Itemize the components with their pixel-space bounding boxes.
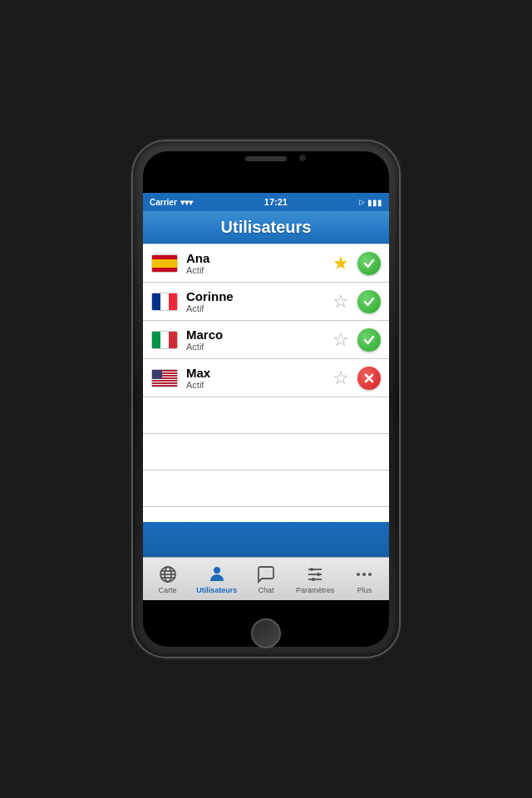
row-actions: ☆ bbox=[329, 290, 381, 313]
user-info-marco: Marco Actif bbox=[186, 328, 321, 352]
speaker bbox=[245, 156, 287, 161]
phone-screen: Carrier ▾▾▾ 17:21 ▷ ▮▮▮ Utilisateurs bbox=[143, 151, 389, 647]
offline-status bbox=[357, 367, 381, 390]
user-info-ana: Ana Actif bbox=[186, 251, 321, 275]
dots-icon bbox=[354, 564, 374, 584]
wifi-icon: ▾▾▾ bbox=[180, 198, 193, 207]
tab-parametres-label: Paramètres bbox=[296, 586, 335, 594]
user-name: Marco bbox=[186, 328, 321, 342]
blue-bar bbox=[143, 522, 389, 557]
tab-chat-label: Chat bbox=[259, 586, 274, 594]
star-button[interactable]: ☆ bbox=[329, 367, 352, 390]
checkmark-icon bbox=[362, 333, 376, 347]
carrier-label: Carrier bbox=[150, 198, 177, 207]
phone-frame: Carrier ▾▾▾ 17:21 ▷ ▮▮▮ Utilisateurs bbox=[133, 141, 399, 657]
row-actions: ★ bbox=[329, 252, 381, 275]
star-button[interactable]: ☆ bbox=[329, 290, 352, 313]
app-header: Utilisateurs bbox=[143, 211, 389, 244]
user-row[interactable]: Corinne Actif ☆ bbox=[143, 283, 389, 321]
status-time: 17:21 bbox=[264, 197, 288, 207]
tab-utilisateurs-label: Utilisateurs bbox=[196, 586, 237, 594]
user-row[interactable]: Marco Actif ☆ bbox=[143, 321, 389, 359]
tab-bar: Carte Utilisateurs Chat bbox=[143, 557, 389, 600]
empty-row bbox=[143, 470, 389, 507]
person-icon bbox=[207, 564, 227, 584]
status-right: ▷ ▮▮▮ bbox=[359, 198, 382, 207]
online-status bbox=[357, 252, 381, 275]
chat-icon bbox=[256, 564, 276, 584]
user-info-max: Max Actif bbox=[186, 366, 321, 390]
empty-row bbox=[143, 397, 389, 434]
battery-icon: ▮▮▮ bbox=[367, 198, 382, 207]
user-status: Actif bbox=[186, 380, 321, 390]
tab-utilisateurs[interactable]: Utilisateurs bbox=[192, 558, 241, 600]
row-actions: ☆ bbox=[329, 328, 381, 352]
flag-spain bbox=[151, 254, 178, 273]
home-button[interactable] bbox=[251, 618, 281, 648]
flag-italy bbox=[151, 331, 178, 349]
flag-france bbox=[151, 293, 178, 311]
tab-parametres[interactable]: Paramètres bbox=[291, 558, 340, 600]
checkmark-icon bbox=[362, 295, 376, 308]
user-info-corinne: Corinne Actif bbox=[186, 289, 321, 313]
user-name: Corinne bbox=[186, 289, 321, 303]
flag-usa bbox=[151, 369, 178, 387]
user-status: Actif bbox=[186, 303, 321, 313]
user-row[interactable]: Ana Actif ★ bbox=[143, 244, 389, 283]
status-bar: Carrier ▾▾▾ 17:21 ▷ ▮▮▮ bbox=[143, 193, 389, 211]
user-list: Ana Actif ★ bbox=[143, 244, 389, 522]
svg-point-14 bbox=[368, 573, 372, 576]
user-name: Max bbox=[186, 366, 321, 380]
status-left: Carrier ▾▾▾ bbox=[150, 198, 193, 207]
online-status bbox=[357, 328, 381, 352]
empty-row bbox=[143, 507, 389, 522]
user-row[interactable]: Max Actif ☆ bbox=[143, 359, 389, 397]
tab-carte-label: Carte bbox=[159, 586, 177, 594]
svg-point-12 bbox=[357, 573, 360, 576]
globe-icon bbox=[158, 564, 178, 584]
tab-plus[interactable]: Plus bbox=[340, 558, 389, 600]
sliders-icon bbox=[305, 564, 325, 584]
svg-point-9 bbox=[310, 568, 313, 571]
tab-carte[interactable]: Carte bbox=[143, 558, 192, 600]
empty-row bbox=[143, 434, 389, 470]
close-icon bbox=[362, 372, 376, 385]
user-name: Ana bbox=[186, 251, 321, 265]
star-button[interactable]: ★ bbox=[329, 252, 352, 275]
online-status bbox=[357, 290, 381, 313]
front-camera bbox=[299, 155, 306, 161]
tab-chat[interactable]: Chat bbox=[241, 558, 290, 600]
star-button[interactable]: ☆ bbox=[329, 328, 352, 352]
page-title: Utilisateurs bbox=[221, 218, 312, 236]
row-actions: ☆ bbox=[329, 367, 381, 390]
location-icon: ▷ bbox=[359, 198, 365, 206]
svg-point-10 bbox=[317, 573, 320, 576]
app-screen: Carrier ▾▾▾ 17:21 ▷ ▮▮▮ Utilisateurs bbox=[143, 193, 389, 600]
svg-point-13 bbox=[362, 573, 366, 576]
user-status: Actif bbox=[186, 342, 321, 352]
checkmark-icon bbox=[362, 257, 376, 270]
svg-point-11 bbox=[312, 578, 315, 581]
user-status: Actif bbox=[186, 265, 321, 275]
tab-plus-label: Plus bbox=[357, 586, 372, 594]
svg-point-5 bbox=[214, 567, 220, 574]
